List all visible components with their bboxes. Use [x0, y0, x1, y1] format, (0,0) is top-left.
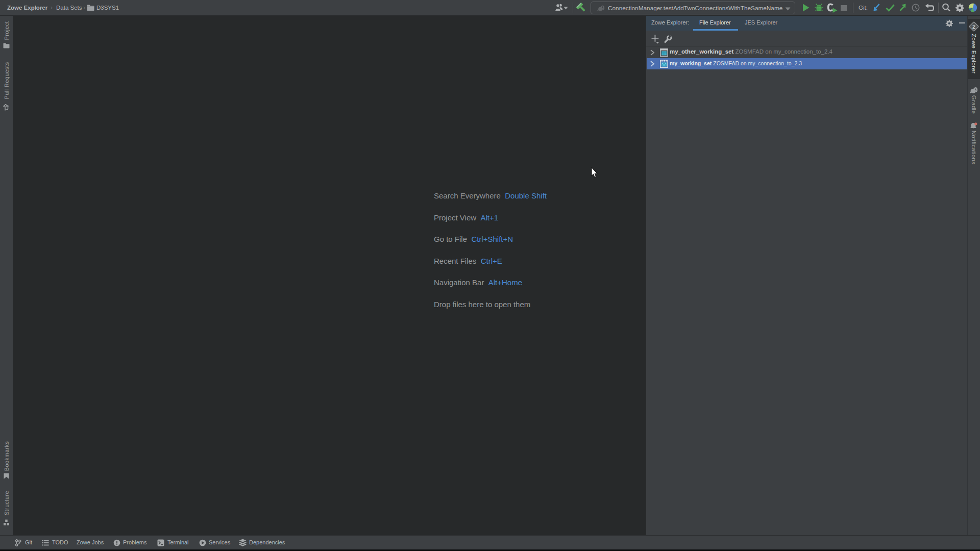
- svg-text:Z: Z: [972, 24, 975, 30]
